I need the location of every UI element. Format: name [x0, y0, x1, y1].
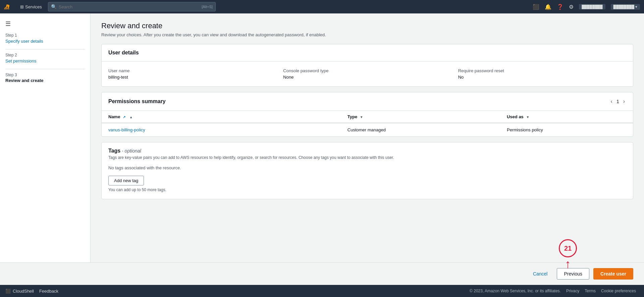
name-sort-arrow: ▲ — [129, 115, 133, 119]
aws-logo[interactable]: aws — [4, 2, 14, 11]
services-menu-button[interactable]: ⊞ Services — [18, 4, 44, 9]
bell-icon[interactable]: 🔔 — [545, 4, 551, 10]
search-input[interactable] — [59, 4, 200, 9]
step-3-current: Review and create — [5, 78, 85, 83]
cloudshell-button[interactable]: ⬛ CloudShell — [5, 289, 34, 294]
search-bar[interactable]: 🔍 [Alt+S] — [48, 2, 216, 11]
console-password-label: Console password type — [283, 68, 451, 73]
user-name-value: billing-test — [108, 75, 276, 80]
permissions-header: Permissions summary ‹ 1 › — [102, 92, 633, 111]
used-sort-arrow: ▼ — [526, 115, 529, 119]
user-details-grid: User name billing-test Console password … — [108, 68, 626, 80]
type-sort-arrow: ▼ — [360, 115, 363, 119]
policy-name-link[interactable]: vanus-billing-policy — [108, 127, 145, 132]
pagination-prev-button[interactable]: ‹ — [609, 98, 614, 105]
tags-limit-text: You can add up to 50 more tags. — [108, 187, 626, 192]
permissions-title: Permissions summary — [108, 98, 166, 104]
console-password-value: None — [283, 75, 451, 80]
permissions-summary-card: Permissions summary ‹ 1 › Name ↗ ▲ — [101, 92, 633, 137]
permissions-table-header-row: Name ↗ ▲ Type ▼ Used as ▼ — [102, 111, 633, 123]
nav-icons: ⬛ 🔔 ❓ ⚙ ████████ ████████ ▾ — [533, 4, 640, 10]
external-link-icon: ↗ — [123, 115, 125, 119]
annotation-arrow: ↑ — [565, 258, 571, 270]
cookie-preferences-link[interactable]: Cookie preferences — [598, 289, 639, 293]
user-name-label: User name — [108, 68, 276, 73]
help-icon[interactable]: ❓ — [557, 4, 564, 10]
terms-link[interactable]: Terms — [582, 289, 598, 293]
tags-body: No tags associated with the resource. Ad… — [102, 165, 633, 199]
settings-icon[interactable]: ⚙ — [569, 4, 574, 10]
pagination: ‹ 1 › — [609, 98, 626, 105]
bottom-right-links: © 2023, Amazon Web Services, Inc. or its… — [467, 289, 639, 293]
tags-card: Tags - optional Tags are key-value pairs… — [101, 142, 633, 199]
previous-button[interactable]: Previous — [557, 268, 589, 280]
tags-header: Tags - optional Tags are key-value pairs… — [102, 142, 633, 165]
page-title: Review and create — [101, 22, 633, 30]
tags-optional: - optional — [122, 148, 141, 154]
create-user-button[interactable]: Create user — [593, 268, 633, 280]
svg-text:aws: aws — [4, 7, 9, 10]
feedback-link[interactable]: Feedback — [39, 289, 58, 294]
annotation-badge-21: 21 — [559, 239, 577, 257]
password-reset-col: Require password reset No — [458, 68, 626, 80]
policy-name-cell: vanus-billing-policy — [102, 123, 341, 136]
sidebar: ☰ Step 1 Specify user details Step 2 Set… — [0, 13, 91, 262]
console-password-col: Console password type None — [283, 68, 451, 80]
col-used-header[interactable]: Used as ▼ — [500, 111, 633, 123]
bottom-bar: ⬛ CloudShell Feedback © 2023, Amazon Web… — [0, 285, 644, 297]
footer-actions: 21 ↑ Cancel Previous Create user — [0, 262, 644, 285]
step-divider-1 — [5, 49, 85, 49]
page-subtitle: Review your choices. After you create th… — [101, 32, 633, 37]
search-icon: 🔍 — [51, 4, 57, 9]
grid-icon: ⊞ — [20, 4, 24, 9]
policy-used-cell: Permissions policy — [500, 123, 633, 136]
pagination-number: 1 — [616, 99, 619, 104]
add-new-tag-button[interactable]: Add new tag — [108, 176, 144, 185]
tags-title: Tags — [108, 148, 120, 154]
terminal-icon-bottom: ⬛ — [5, 289, 11, 294]
step-2-label: Step 2 — [5, 53, 85, 57]
permissions-table: Name ↗ ▲ Type ▼ Used as ▼ — [102, 111, 633, 136]
step-3-item: Step 3 Review and create — [5, 73, 85, 83]
terminal-icon[interactable]: ⬛ — [533, 4, 539, 10]
search-shortcut: [Alt+S] — [202, 5, 213, 9]
user-name-col: User name billing-test — [108, 68, 276, 80]
cloudshell-label: CloudShell — [13, 289, 34, 294]
menu-icon[interactable]: ☰ — [5, 20, 85, 28]
step-1-label: Step 1 — [5, 33, 85, 38]
tags-subtitle: Tags are key-value pairs you can add to … — [108, 155, 626, 160]
account-badge[interactable]: ████████ — [579, 4, 605, 9]
step-divider-2 — [5, 69, 85, 69]
top-nav: aws ⊞ Services 🔍 [Alt+S] ⬛ 🔔 ❓ ⚙ ███████… — [0, 0, 644, 13]
col-type-header[interactable]: Type ▼ — [341, 111, 500, 123]
user-details-card: User details User name billing-test Cons… — [101, 44, 633, 87]
col-name-header[interactable]: Name ↗ ▲ — [102, 111, 341, 123]
password-reset-value: No — [458, 75, 626, 80]
tags-empty-text: No tags associated with the resource. — [108, 165, 626, 170]
copyright-text: © 2023, Amazon Web Services, Inc. or its… — [467, 289, 564, 293]
services-label: Services — [25, 4, 42, 9]
pagination-next-button[interactable]: › — [622, 98, 626, 105]
user-details-body: User name billing-test Console password … — [102, 61, 633, 86]
step-2-item: Step 2 Set permissions — [5, 53, 85, 63]
app-body: ☰ Step 1 Specify user details Step 2 Set… — [0, 13, 644, 262]
specify-user-details-link[interactable]: Specify user details — [5, 39, 43, 44]
policy-type-cell: Customer managed — [341, 123, 500, 136]
user-menu[interactable]: ████████ ▾ — [611, 4, 640, 10]
step-1-item: Step 1 Specify user details — [5, 33, 85, 44]
user-details-header: User details — [102, 44, 633, 61]
step-3-label: Step 3 — [5, 73, 85, 77]
table-row: vanus-billing-policy Customer managed Pe… — [102, 123, 633, 136]
privacy-link[interactable]: Privacy — [564, 289, 582, 293]
set-permissions-link[interactable]: Set permissions — [5, 58, 36, 63]
main-content: Review and create Review your choices. A… — [91, 13, 644, 262]
cancel-button[interactable]: Cancel — [528, 268, 553, 279]
password-reset-label: Require password reset — [458, 68, 626, 73]
